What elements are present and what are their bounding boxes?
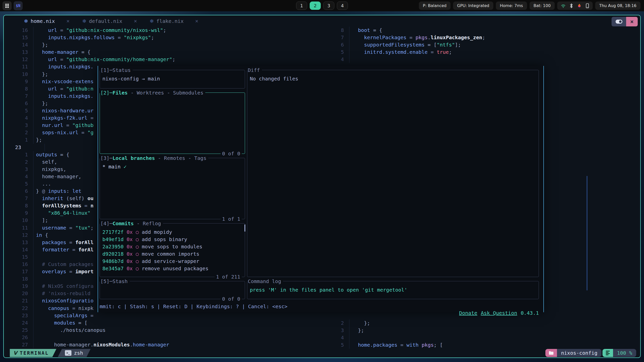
commits-count: 1 of 211	[215, 274, 242, 280]
top-bar: $N 1234 P: BalancedGPU: IntegratedHome: …	[0, 0, 644, 11]
vim-icon: V	[13, 350, 17, 356]
apps-grid-button[interactable]	[3, 1, 12, 10]
commits-scrollbar[interactable]	[245, 224, 245, 232]
keybindings-text: mmit: c | Stash: s | Reset: D | Keybindi…	[100, 303, 288, 323]
mode-label: TERMINAL	[20, 350, 49, 356]
lazygit-command-log-panel[interactable]: Command log press 'M' in the files panel…	[247, 281, 539, 299]
lazygit-commits-panel[interactable]: [4]─Commits - Reflog 2717f2f 0x ○ add mo…	[100, 223, 245, 277]
files-count: 0 of 0	[221, 150, 242, 157]
code-line: 4	[330, 56, 640, 63]
tab-close-icon[interactable]: ×	[195, 18, 198, 24]
topbar-right: P: BalancedGPU: IntegratedHome: 7msBat: …	[419, 2, 644, 10]
commit-row[interactable]: d920218 0x ○ move common imports	[102, 250, 245, 258]
commit-row[interactable]: 9486b7d 0x ○ add service-wrapper	[102, 258, 245, 265]
diff-content: No changed files	[247, 70, 539, 82]
lazygit-overlay: [1]─Status nixos-config → main [2]─Files…	[98, 66, 544, 312]
workspace-button-1[interactable]: 1	[296, 2, 307, 10]
lazygit-branches-panel[interactable]: [3]─Local branches - Remotes - Tags * ma…	[100, 158, 245, 219]
code-line: 16url = "github:nix-community/nixos-wsl"…	[4, 27, 330, 34]
nix-shell-button[interactable]: $N	[14, 1, 23, 10]
statusline: V TERMINAL >_ zsh nixos-config	[4, 348, 640, 357]
commit-list: 2717f2f 0x ○ add mopidyb49ef1d 0x ○ add …	[100, 223, 245, 272]
workspace-button-4[interactable]: 4	[337, 2, 348, 10]
commit-row[interactable]: 8e345a7 0x ○ remove unused packages	[102, 265, 245, 272]
status-pill[interactable]: Bat: 100	[530, 2, 555, 10]
workspace-button-3[interactable]: 3	[323, 2, 334, 10]
code-line: 3};	[330, 327, 640, 334]
folder-icon	[549, 351, 554, 355]
code-line: 12url = "github:nix-community/home-manag…	[4, 56, 330, 63]
window-controls: ×	[612, 17, 638, 26]
tab-close-icon[interactable]: ×	[134, 18, 137, 24]
flame-icon	[577, 3, 582, 8]
lines-icon	[606, 350, 610, 356]
command-log-content: press 'M' in the files panel to open 'gi…	[247, 281, 539, 294]
donate-link[interactable]: Donate	[459, 310, 477, 316]
code-line: 27home-manager.nixosModules.home-manager	[4, 341, 330, 348]
tab-flake-nix[interactable]: ❄ flake.nix ×	[150, 18, 198, 24]
lazygit-keybindings-bar: mmit: c | Stash: s | Reset: D | Keybindi…	[100, 303, 539, 323]
toggle-icon	[616, 20, 622, 24]
workspace-button-2[interactable]: 2	[310, 2, 321, 10]
lazygit-version: 0.43.1	[521, 310, 539, 316]
mode-segment: V TERMINAL	[10, 349, 56, 357]
tab-bar: ❄ home.nix × ❄ default.nix × ❄ flake.nix…	[4, 15, 640, 27]
scroll-percent-segment: 100 %	[602, 349, 636, 357]
close-icon: ×	[630, 18, 634, 25]
tab-default-nix[interactable]: ❄ default.nix ×	[82, 18, 137, 24]
shell-segment[interactable]: >_ zsh	[58, 349, 91, 357]
code-line: 15inputs.nixpkgs.follows = "nixpkgs";	[4, 34, 330, 41]
clock[interactable]: Thu Aug 08, 18:16	[595, 2, 640, 10]
code-line: 5home.packages = with pkgs; [	[330, 341, 640, 349]
folder-badge	[545, 349, 557, 357]
window-toggle-button[interactable]	[612, 17, 626, 26]
commit-row[interactable]: b49ef1d 0x ○ add sops binary	[102, 236, 245, 243]
workspace-switcher: 1234	[296, 0, 348, 11]
stash-count: 0 of 0	[221, 296, 242, 302]
code-line: 14};	[4, 41, 330, 49]
apps-grid-icon	[5, 4, 9, 8]
status-pill[interactable]: GPU: Integrated	[453, 2, 493, 10]
tab-close-icon[interactable]: ×	[66, 18, 70, 24]
shell-label: zsh	[74, 350, 83, 356]
scroll-percent: 100 %	[613, 349, 636, 357]
terminal-prompt-icon: >_	[65, 350, 71, 356]
lazygit-status-panel[interactable]: [1]─Status nixos-config → main	[100, 70, 245, 88]
repo-name: nixos-config	[557, 349, 601, 357]
editor-pane-right-bottom[interactable]: 2};3};45home.packages = with pkgs; [	[330, 320, 640, 349]
editor-pane-right-top[interactable]: 8boot = {7kernelPackages = pkgs.linuxPac…	[330, 27, 640, 63]
topbar-left: $N	[0, 1, 23, 10]
ask-question-link[interactable]: Ask Question	[481, 310, 517, 316]
code-line: 25./hosts/canopus	[4, 327, 330, 334]
code-line: 7kernelPackages = pkgs.linuxPackages_zen…	[330, 34, 640, 41]
lazygit-diff-panel[interactable]: Diff No changed files	[247, 70, 539, 277]
code-line: 8boot = {	[330, 27, 640, 34]
bluetooth-icon	[570, 3, 573, 8]
tab-home-nix[interactable]: ❄ home.nix ×	[24, 18, 70, 24]
lazygit-files-panel[interactable]: [2]─Files - Worktrees - Submodules 0 of …	[100, 93, 245, 154]
phone-icon	[586, 3, 589, 8]
nix-snowflake-icon: ❄	[82, 18, 87, 24]
branch-check-icon: ✓	[124, 164, 127, 170]
code-line: 26	[4, 334, 330, 341]
right-pane-scrollbar[interactable]	[587, 176, 587, 290]
system-tray[interactable]	[557, 2, 593, 10]
status-pill[interactable]: Home: 7ms	[496, 2, 527, 10]
branches-count: 1 of 1	[221, 216, 242, 222]
commit-row[interactable]: 2a23950 0x ○ move sops to modules	[102, 243, 245, 250]
code-line: 5initrd.systemd.enable = true;	[330, 49, 640, 56]
network-icon	[561, 3, 566, 8]
nix-snowflake-icon: ❄	[150, 18, 154, 24]
commit-row[interactable]: 2717f2f 0x ○ add mopidy	[102, 229, 245, 236]
code-line: 4	[330, 334, 640, 341]
code-line: 6supportedFilesystems = ["ntfs"];	[330, 41, 640, 49]
repo-segment[interactable]: nixos-config	[545, 349, 601, 357]
nix-shell-icon: $N	[16, 4, 20, 8]
desktop: { "colors":{ "window_border":"#55d7c6","…	[0, 0, 644, 362]
lazygit-stash-panel[interactable]: [5]─Stash 0 of 0	[100, 281, 245, 299]
nix-snowflake-icon: ❄	[24, 18, 28, 24]
editor-window: ❄ home.nix × ❄ default.nix × ❄ flake.nix…	[3, 15, 641, 358]
status-pill[interactable]: P: Balanced	[419, 2, 451, 10]
window-close-button[interactable]: ×	[626, 17, 638, 26]
lines-badge	[602, 349, 613, 357]
